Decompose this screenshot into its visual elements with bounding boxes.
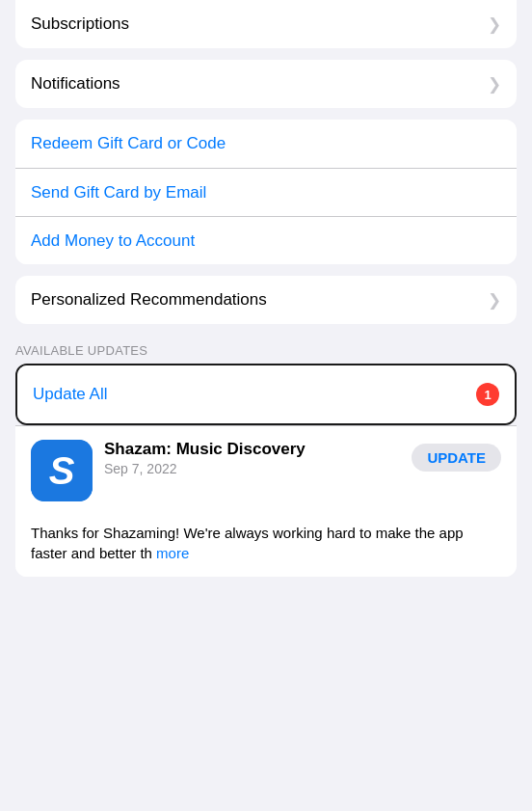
- shazam-app-date: Sep 7, 2022: [104, 461, 306, 476]
- available-updates-label: AVAILABLE UPDATES: [0, 336, 532, 364]
- redeem-gift-card-label: Redeem Gift Card or Code: [31, 134, 226, 153]
- add-money-item[interactable]: Add Money to Account: [15, 216, 517, 264]
- notifications-section: Notifications ❯: [15, 60, 517, 108]
- subscriptions-chevron: ❯: [488, 14, 501, 35]
- personalized-recommendations-section: Personalized Recommendations ❯: [15, 276, 517, 324]
- shazam-app-row: S Shazam: Music Discovery Sep 7, 2022 UP…: [15, 426, 517, 515]
- update-all-card: Update All 1: [15, 364, 517, 425]
- personalized-recommendations-item[interactable]: Personalized Recommendations ❯: [15, 276, 517, 324]
- send-gift-card-label: Send Gift Card by Email: [31, 183, 206, 203]
- subscriptions-section: Subscriptions ❯: [15, 0, 517, 48]
- shazam-app-header: Shazam: Music Discovery Sep 7, 2022 UPDA…: [104, 440, 501, 476]
- update-badge: 1: [476, 383, 499, 406]
- gift-cards-section: Redeem Gift Card or Code Send Gift Card …: [15, 120, 517, 264]
- shazam-more-link[interactable]: more: [156, 545, 189, 561]
- update-all-label: Update All: [33, 385, 108, 404]
- shazam-description-row: Thanks for Shazaming! We're always worki…: [15, 515, 517, 577]
- notifications-item[interactable]: Notifications ❯: [15, 60, 517, 108]
- svg-text:S: S: [49, 449, 75, 492]
- subscriptions-label: Subscriptions: [31, 14, 129, 34]
- notifications-chevron: ❯: [488, 74, 501, 95]
- notifications-label: Notifications: [31, 74, 120, 94]
- subscriptions-item[interactable]: Subscriptions ❯: [15, 0, 517, 48]
- page-container: Subscriptions ❯ Notifications ❯ Redeem G…: [0, 0, 532, 577]
- redeem-gift-card-item[interactable]: Redeem Gift Card or Code: [15, 120, 517, 168]
- shazam-app-name: Shazam: Music Discovery: [104, 440, 306, 459]
- shazam-icon: S: [31, 440, 93, 501]
- send-gift-card-item[interactable]: Send Gift Card by Email: [15, 168, 517, 216]
- personalized-recommendations-chevron: ❯: [488, 290, 501, 311]
- shazam-update-button[interactable]: UPDATE: [412, 444, 501, 472]
- shazam-description-text: Thanks for Shazaming! We're always worki…: [31, 525, 464, 561]
- shazam-app-info: Shazam: Music Discovery Sep 7, 2022 UPDA…: [104, 440, 501, 476]
- personalized-recommendations-label: Personalized Recommendations: [31, 290, 267, 310]
- shazam-app-card: S Shazam: Music Discovery Sep 7, 2022 UP…: [15, 425, 517, 577]
- update-all-row[interactable]: Update All 1: [17, 365, 515, 423]
- shazam-name-date: Shazam: Music Discovery Sep 7, 2022: [104, 440, 306, 476]
- add-money-label: Add Money to Account: [31, 231, 195, 251]
